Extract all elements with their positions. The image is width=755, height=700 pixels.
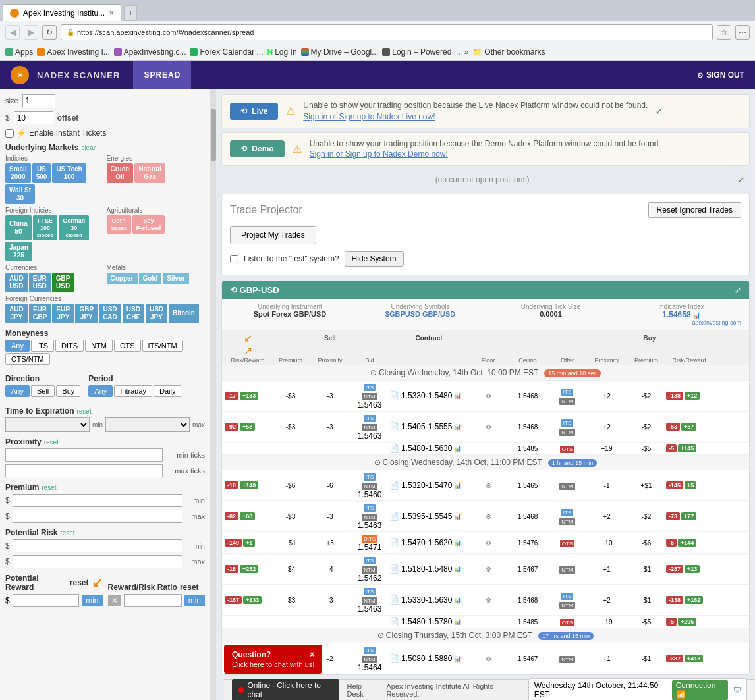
rr-reset[interactable]: reset bbox=[180, 583, 199, 592]
positions-expand-icon[interactable]: ⤢ bbox=[738, 175, 744, 184]
prem-min-input[interactable] bbox=[13, 494, 182, 507]
url-box[interactable]: 🔒 https://scan.apexinvesting.com/#/nadex… bbox=[61, 24, 713, 40]
bm-drive[interactable]: My Drive – Googl... bbox=[301, 47, 379, 57]
usdchf-btn[interactable]: USDCHF bbox=[123, 304, 144, 323]
demo-btn[interactable]: ⟲ Demo bbox=[230, 140, 285, 157]
online-chat-btn[interactable]: Online · Click here to chat bbox=[232, 679, 339, 701]
period-daily[interactable]: Daily bbox=[154, 385, 181, 397]
listen-checkbox[interactable] bbox=[230, 255, 238, 263]
size-input[interactable] bbox=[22, 94, 55, 107]
dir-sell[interactable]: Sell bbox=[31, 385, 55, 397]
rr1-badge[interactable]: -17 bbox=[225, 392, 238, 400]
rr3-badge[interactable]: -138 bbox=[666, 392, 683, 400]
tte-min-select[interactable] bbox=[5, 417, 90, 432]
rr2-badge[interactable]: +133 bbox=[240, 392, 258, 400]
tab-spread[interactable]: SPREAD bbox=[133, 61, 191, 89]
bm-login[interactable]: N Log In bbox=[267, 47, 297, 57]
tab-close-btn[interactable]: ✕ bbox=[109, 9, 114, 16]
demo-alert-action[interactable]: Sign in or Sign up to Nadex Demo now! bbox=[310, 149, 448, 159]
eurusd-btn[interactable]: EURUSD bbox=[29, 273, 51, 292]
japan225-btn[interactable]: Japan225 bbox=[5, 242, 32, 261]
bm-forex[interactable]: Forex Calendar ... bbox=[190, 47, 263, 57]
tte-reset[interactable]: reset bbox=[76, 408, 91, 415]
bm-apps[interactable]: Apps bbox=[5, 47, 33, 57]
audusd-btn[interactable]: AUDUSD bbox=[5, 273, 28, 292]
period-intraday[interactable]: Intraday bbox=[114, 385, 152, 397]
prox-max-input[interactable] bbox=[5, 464, 163, 477]
pair-expand-icon[interactable]: ⤢ bbox=[735, 286, 741, 295]
moneyness-its[interactable]: ITS bbox=[31, 340, 54, 352]
eurjpy-btn[interactable]: EURJPY bbox=[52, 304, 74, 323]
moneyness-dits[interactable]: DITS bbox=[55, 340, 84, 352]
pot-reward-reset[interactable]: reset bbox=[70, 578, 89, 587]
live-alert-action[interactable]: Sign in or Sign up to Nadex Live now! bbox=[303, 112, 435, 121]
instant-tickets-checkbox[interactable] bbox=[5, 129, 14, 138]
audjpy-btn[interactable]: AUDJPY bbox=[5, 304, 28, 323]
new-tab-btn[interactable]: + bbox=[124, 5, 137, 21]
live-btn[interactable]: ⟲ Live bbox=[230, 103, 278, 120]
naturalgas-btn[interactable]: NaturalGas bbox=[134, 163, 165, 183]
usdcad-btn[interactable]: USDCAD bbox=[99, 304, 121, 323]
dir-any[interactable]: Any bbox=[5, 385, 30, 397]
moneyness-any[interactable]: Any bbox=[5, 340, 30, 352]
moneyness-ots-ntm[interactable]: OTS/NTM bbox=[5, 353, 50, 365]
back-btn[interactable]: ◀ bbox=[5, 25, 20, 40]
chat-cta[interactable]: Click here to chat with us! bbox=[232, 660, 314, 668]
bm-other[interactable]: 📁 Other bookmarks bbox=[472, 47, 545, 57]
chat-close-btn[interactable]: × bbox=[310, 650, 314, 659]
signout-btn[interactable]: ⎋ SIGN OUT bbox=[698, 70, 744, 80]
gbpusd-btn[interactable]: GBPUSD bbox=[52, 273, 74, 292]
reload-btn[interactable]: ↻ bbox=[42, 25, 57, 40]
rr-x-btn[interactable]: ✕ bbox=[108, 595, 121, 606]
moneyness-ntm[interactable]: NTM bbox=[85, 340, 113, 352]
moneyness-ots[interactable]: OTS bbox=[114, 340, 141, 352]
bitcoin-btn[interactable]: Bitcoin bbox=[169, 304, 199, 323]
prem-max-input[interactable] bbox=[13, 510, 182, 523]
prox-min-input[interactable] bbox=[5, 448, 163, 462]
bm-powered[interactable]: Login – Powered ... bbox=[382, 47, 460, 57]
soy-btn[interactable]: SoyP-closed bbox=[132, 215, 165, 234]
sidebar-scrollbar[interactable] bbox=[211, 89, 216, 700]
hide-system-btn[interactable]: Hide System bbox=[345, 251, 404, 267]
risk-min-input[interactable] bbox=[13, 539, 182, 552]
moneyness-its-ntm[interactable]: ITS/NTM bbox=[142, 340, 183, 352]
bm-apex2[interactable]: ApexInvesting.c... bbox=[114, 47, 186, 57]
rr4-badge[interactable]: +12 bbox=[685, 392, 700, 400]
eurgbp-btn[interactable]: EURGBP bbox=[29, 304, 51, 323]
clear-btn[interactable]: clear bbox=[81, 144, 96, 151]
wallst30-btn[interactable]: Wall St30 bbox=[5, 184, 35, 204]
silver-btn[interactable]: Silver bbox=[163, 273, 188, 284]
live-expand-icon[interactable]: ⤢ bbox=[656, 107, 662, 116]
settings-btn[interactable]: ⋯ bbox=[735, 25, 750, 40]
tte-max-select[interactable] bbox=[105, 417, 190, 432]
rr2-badge[interactable]: +58 bbox=[240, 423, 255, 431]
bm-more[interactable]: » bbox=[464, 47, 469, 57]
rr-input[interactable] bbox=[124, 594, 182, 607]
period-any[interactable]: Any bbox=[88, 385, 113, 397]
pot-input[interactable] bbox=[13, 594, 79, 607]
german30-btn[interactable]: German30closed bbox=[59, 215, 89, 240]
premium-reset[interactable]: reset bbox=[42, 484, 56, 491]
ftse100-btn[interactable]: FTSE100closed bbox=[33, 215, 57, 240]
proximity-reset[interactable]: reset bbox=[44, 439, 59, 446]
crudeoil-btn[interactable]: CrudeOil bbox=[107, 163, 134, 183]
small2000-btn[interactable]: Small2000 bbox=[5, 163, 31, 183]
china50-btn[interactable]: China50 bbox=[5, 215, 32, 240]
help-desk-link[interactable]: Help Desk bbox=[347, 682, 379, 698]
offset-input[interactable] bbox=[14, 111, 53, 124]
risk-reset[interactable]: reset bbox=[60, 529, 74, 537]
ustech100-btn[interactable]: US Tech100 bbox=[52, 163, 86, 183]
rr1-badge[interactable]: -92 bbox=[225, 423, 238, 431]
gold-btn[interactable]: Gold bbox=[139, 273, 162, 284]
gbpjpy-btn[interactable]: GBPJPY bbox=[75, 304, 98, 323]
forward-btn[interactable]: ▶ bbox=[24, 25, 38, 40]
project-my-trades-btn[interactable]: Project My Trades bbox=[230, 226, 316, 244]
dir-buy[interactable]: Buy bbox=[56, 385, 80, 397]
bm-apex1[interactable]: Apex Investing I... bbox=[37, 47, 109, 57]
copper-btn[interactable]: Copper bbox=[107, 273, 138, 284]
us500-btn[interactable]: US500 bbox=[32, 163, 51, 183]
corn-btn[interactable]: Cornclosed bbox=[107, 215, 131, 234]
risk-max-input[interactable] bbox=[13, 555, 182, 568]
usdjpy-btn[interactable]: USDJPY bbox=[146, 304, 167, 323]
active-tab[interactable]: Apex Investing Institu... ✕ bbox=[3, 4, 121, 21]
